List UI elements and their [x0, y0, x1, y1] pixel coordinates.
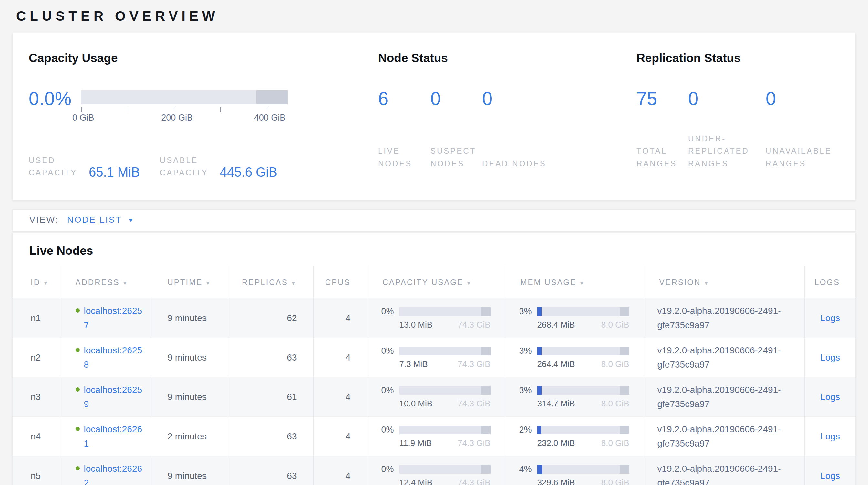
- capacity-percent: 0%: [381, 386, 399, 395]
- column-header-uptime[interactable]: UPTIME: [152, 266, 228, 298]
- node-address-link[interactable]: localhost:26262: [84, 462, 144, 485]
- capacity-meter-bar: [399, 347, 491, 355]
- view-dropdown[interactable]: NODE LIST: [67, 215, 135, 225]
- under-replicated-ranges-label: UNDER-REPLICATED RANGES: [688, 133, 759, 170]
- cluster-summary-card: Capacity Usage 0.0%: [12, 33, 856, 200]
- used-capacity-value: 65.1 MiB: [89, 165, 140, 179]
- node-replicas-cell: 63: [228, 338, 313, 377]
- dead-nodes-value: 0: [482, 88, 547, 112]
- mem-bar-reserved-segment: [620, 307, 629, 316]
- node-status-title: Node Status: [378, 51, 637, 65]
- node-uptime-cell: 2 minutes: [152, 417, 228, 456]
- mem-percent: 4%: [519, 464, 537, 474]
- sort-desc-icon: [466, 280, 472, 286]
- axis-label-200gib: 200 GiB: [161, 113, 193, 123]
- node-mem-usage-cell: 3% 314.7 MiB 8.0 GiB: [505, 377, 644, 417]
- node-capacity-usage-cell: 0% 7.3 MiB 74.3 GiB: [367, 338, 505, 377]
- suspect-nodes-value: 0: [430, 88, 476, 112]
- node-capacity-usage-cell: 0% 13.0 MiB 74.3 GiB: [367, 298, 505, 338]
- mem-bar-reserved-segment: [620, 426, 629, 434]
- node-cpus-cell: 4: [313, 417, 367, 456]
- mem-percent: 3%: [519, 307, 537, 317]
- node-capacity-usage-cell: 0% 11.9 MiB 74.3 GiB: [367, 417, 505, 456]
- used-capacity-stat: USED CAPACITY 65.1 MiB: [29, 154, 140, 179]
- live-nodes-title: Live Nodes: [12, 233, 856, 266]
- logs-link[interactable]: Logs: [820, 431, 840, 441]
- column-header-cpus[interactable]: CPUS: [313, 266, 367, 298]
- live-nodes-stat: 6 LIVE NODES: [378, 65, 430, 170]
- mem-total-value: 8.0 GiB: [601, 399, 629, 409]
- page-title: CLUSTER OVERVIEW: [12, 0, 856, 33]
- node-address-cell: localhost:26262: [60, 456, 152, 485]
- capacity-bar-reserved-segment: [481, 307, 491, 316]
- node-address-link[interactable]: localhost:26261: [84, 422, 144, 450]
- column-header-capacity-usage[interactable]: CAPACITY USAGE: [367, 266, 505, 298]
- live-status-dot-icon: [75, 466, 80, 470]
- capacity-used-value: 10.0 MiB: [399, 399, 433, 409]
- node-replicas-cell: 61: [228, 377, 313, 417]
- sort-desc-icon: [43, 280, 50, 286]
- capacity-total-value: 74.3 GiB: [458, 478, 490, 485]
- usable-capacity-value: 445.6 GiB: [220, 165, 277, 179]
- sort-desc-icon: [122, 280, 129, 286]
- usable-capacity-stat: USABLE CAPACITY 445.6 GiB: [160, 154, 277, 179]
- capacity-usage-section: Capacity Usage 0.0%: [29, 47, 378, 179]
- column-header-replicas[interactable]: REPLICAS: [228, 266, 313, 298]
- table-header-row: ID ADDRESS UPTIME REPLICAS CPUS CAPACITY…: [12, 266, 856, 298]
- mem-total-value: 8.0 GiB: [601, 478, 629, 485]
- node-uptime-cell: 9 minutes: [152, 338, 228, 377]
- chevron-down-icon: [128, 217, 135, 224]
- cluster-overview-page: CLUSTER OVERVIEW Capacity Usage 0.0%: [0, 0, 868, 485]
- node-uptime-cell: 9 minutes: [152, 298, 228, 338]
- logs-link[interactable]: Logs: [820, 392, 840, 402]
- capacity-axis-ticks: [81, 105, 288, 113]
- live-status-dot-icon: [75, 427, 80, 431]
- replication-status-section: Replication Status 75 TOTAL RANGES 0 UND…: [637, 47, 849, 179]
- mem-bar-fill: [537, 465, 542, 474]
- sort-desc-icon: [290, 280, 297, 286]
- mem-bar-reserved-segment: [620, 465, 629, 474]
- node-id-cell: n5: [12, 456, 60, 485]
- sort-desc-icon: [205, 280, 212, 286]
- column-header-version[interactable]: VERSION: [644, 266, 804, 298]
- capacity-percent: 0%: [381, 425, 399, 435]
- node-cpus-cell: 4: [313, 338, 367, 377]
- capacity-meter-bar: [399, 426, 491, 434]
- logs-link[interactable]: Logs: [820, 471, 840, 481]
- capacity-bar-reserved-segment: [481, 465, 491, 474]
- live-status-dot-icon: [75, 387, 80, 392]
- view-dropdown-value: NODE LIST: [67, 215, 122, 225]
- node-address-link[interactable]: localhost:26257: [84, 304, 144, 332]
- column-header-address[interactable]: ADDRESS: [60, 266, 152, 298]
- mem-meter-bar: [537, 347, 629, 355]
- node-table-row: n2 localhost:26258 9 minutes 63 4 0% 7.3: [12, 338, 856, 377]
- capacity-used-value: 11.9 MiB: [399, 438, 432, 448]
- node-capacity-usage-cell: 0% 10.0 MiB 74.3 GiB: [367, 377, 505, 417]
- capacity-total-value: 74.3 GiB: [458, 359, 490, 369]
- logs-link[interactable]: Logs: [820, 313, 840, 323]
- capacity-total-value: 74.3 GiB: [458, 399, 490, 409]
- node-version-cell: v19.2.0-alpha.20190606-2491-gfe735c9a97: [644, 456, 804, 485]
- capacity-used-value: 7.3 MiB: [399, 359, 428, 369]
- mem-used-value: 314.7 MiB: [537, 399, 575, 409]
- node-cpus-cell: 4: [313, 377, 367, 417]
- column-header-id[interactable]: ID: [12, 266, 60, 298]
- node-address-link[interactable]: localhost:26259: [84, 383, 144, 411]
- logs-link[interactable]: Logs: [820, 352, 840, 363]
- node-cpus-cell: 4: [313, 456, 367, 485]
- node-table-row: n4 localhost:26261 2 minutes 63 4 0% 11.: [12, 417, 856, 456]
- node-address-cell: localhost:26259: [60, 377, 152, 417]
- node-version-cell: v19.2.0-alpha.20190606-2491-gfe735c9a97: [644, 377, 804, 417]
- mem-used-value: 268.4 MiB: [537, 320, 575, 330]
- view-label: VIEW:: [29, 215, 59, 225]
- capacity-percent: 0%: [381, 307, 399, 317]
- node-version-cell: v19.2.0-alpha.20190606-2491-gfe735c9a97: [644, 417, 804, 456]
- node-address-link[interactable]: localhost:26258: [84, 343, 144, 372]
- mem-percent: 3%: [519, 386, 537, 395]
- column-header-mem-usage[interactable]: MEM USAGE: [505, 266, 644, 298]
- mem-meter-bar: [537, 307, 629, 316]
- capacity-percent: 0%: [381, 464, 399, 474]
- capacity-total-value: 74.3 GiB: [458, 320, 490, 330]
- mem-bar-reserved-segment: [620, 347, 629, 355]
- node-logs-cell: Logs: [804, 298, 856, 338]
